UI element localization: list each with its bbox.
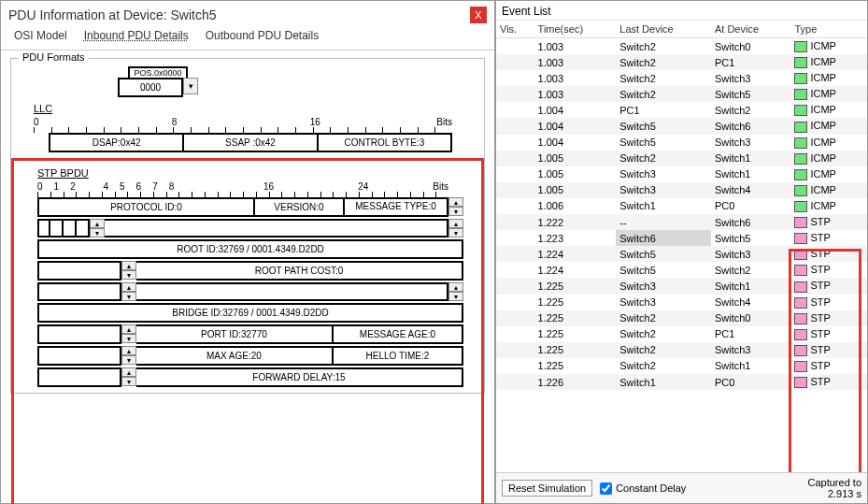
stp-t1: 1: [54, 181, 60, 192]
table-row[interactable]: 1.003Switch2PC1ICMP: [496, 54, 867, 70]
event-list-pane: Event List Vis. Time(sec) Last Device At…: [495, 0, 868, 504]
pos-caption: POS.0x0000: [128, 66, 187, 78]
table-row[interactable]: 1.225Switch3Switch4STP: [496, 295, 867, 310]
chevron-down-icon[interactable]: ▾: [183, 78, 198, 94]
close-button[interactable]: X: [470, 7, 487, 23]
table-row[interactable]: 1.225Switch3Switch1STP: [496, 278, 867, 294]
reset-simulation-button[interactable]: Reset Simulation: [502, 480, 592, 497]
cell-time: 1.225: [534, 310, 617, 326]
type-color-icon: [794, 41, 807, 52]
table-row[interactable]: 1.222--Switch6STP: [496, 214, 867, 230]
col-vis[interactable]: Vis.: [496, 21, 534, 38]
table-row[interactable]: 1.224Switch5Switch2STP: [496, 262, 867, 278]
cell-time: 1.225: [534, 326, 617, 342]
type-color-icon: [794, 329, 807, 340]
cell-time: 1.003: [534, 86, 617, 102]
table-row[interactable]: 1.004Switch5Switch6ICMP: [496, 118, 867, 134]
col-type[interactable]: Type: [790, 21, 867, 38]
cell-at: Switch3: [711, 246, 791, 262]
llc-dsap: DSAP:0x42: [49, 133, 184, 152]
stp-bits: Bits: [433, 181, 448, 192]
table-row[interactable]: 1.004PC1Switch2ICMP: [496, 102, 867, 118]
cell-time: 1.005: [534, 166, 617, 182]
table-row[interactable]: 1.005Switch3Switch1ICMP: [496, 166, 867, 182]
cell-at: Switch2: [711, 262, 791, 278]
cell-last: Switch5: [616, 118, 711, 134]
table-row[interactable]: 1.225Switch2PC1STP: [496, 326, 867, 342]
type-color-icon: [794, 249, 807, 260]
cell-vis: [496, 166, 534, 182]
cell-at: Switch5: [711, 86, 791, 102]
tab-outbound-pdu[interactable]: Outbound PDU Details: [206, 29, 319, 44]
cell-vis: [496, 342, 534, 358]
constant-delay-input[interactable]: [600, 482, 612, 495]
stp-highlight-box: [13, 160, 482, 504]
cell-time: 1.222: [534, 214, 617, 230]
table-row[interactable]: 1.003Switch2Switch3ICMP: [496, 70, 867, 86]
table-row[interactable]: 1.225Switch2Switch0STP: [496, 310, 867, 326]
llc-tick-0: 0: [34, 117, 39, 127]
tab-osi-model[interactable]: OSI Model: [14, 29, 67, 44]
cell-at: Switch3: [711, 135, 791, 151]
cell-at: Switch1: [711, 166, 791, 182]
col-at[interactable]: At Device: [711, 21, 791, 38]
captured-line1: Captured to: [808, 477, 861, 488]
cell-type: STP: [790, 295, 867, 310]
tab-inbound-pdu[interactable]: Inbound PDU Details: [84, 29, 189, 44]
table-row[interactable]: 1.006Switch1PC0ICMP: [496, 198, 867, 214]
cell-type: ICMP: [790, 151, 867, 166]
cell-vis: [496, 374, 534, 390]
cell-time: 1.225: [534, 342, 617, 358]
cell-vis: [496, 198, 534, 214]
table-row[interactable]: 1.224Switch5Switch3STP: [496, 246, 867, 262]
cell-vis: [496, 102, 534, 118]
cell-vis: [496, 70, 534, 86]
stp-t7: 7: [152, 181, 158, 192]
table-row[interactable]: 1.003Switch2Switch0ICMP: [496, 38, 867, 55]
cell-time: 1.225: [534, 358, 617, 374]
cell-at: Switch4: [711, 295, 791, 310]
cell-at: PC0: [711, 198, 791, 214]
type-color-icon: [794, 89, 807, 100]
cell-vis: [496, 214, 534, 230]
col-time[interactable]: Time(sec): [534, 21, 617, 38]
cell-at: Switch1: [711, 358, 791, 374]
cell-type: STP: [790, 342, 867, 358]
table-row[interactable]: 1.223Switch6Switch5STP: [496, 230, 867, 246]
llc-ssap: SSAP :0x42: [184, 133, 318, 152]
cell-last: Switch2: [616, 70, 711, 86]
cell-type: ICMP: [790, 182, 867, 198]
type-color-icon: [794, 185, 807, 196]
type-color-icon: [794, 169, 807, 180]
cell-time: 1.003: [534, 70, 617, 86]
table-row[interactable]: 1.005Switch2Switch1ICMP: [496, 151, 867, 166]
cell-type: ICMP: [790, 102, 867, 118]
cell-at: Switch0: [711, 38, 791, 55]
type-color-icon: [794, 105, 807, 116]
stp-t2: 2: [70, 181, 76, 192]
stp-t24: 24: [358, 181, 368, 192]
cell-last: Switch2: [616, 358, 711, 374]
table-row[interactable]: 1.225Switch2Switch3STP: [496, 342, 867, 358]
cell-time: 1.223: [534, 230, 617, 246]
col-last[interactable]: Last Device: [616, 21, 711, 38]
cell-type: STP: [790, 326, 867, 342]
table-row[interactable]: 1.003Switch2Switch5ICMP: [496, 86, 867, 102]
event-table: Vis. Time(sec) Last Device At Device Typ…: [496, 21, 867, 390]
cell-type: ICMP: [790, 86, 867, 102]
type-color-icon: [794, 201, 807, 212]
table-row[interactable]: 1.004Switch5Switch3ICMP: [496, 135, 867, 151]
captured-label: Captured to 2.913 s: [808, 477, 861, 499]
cell-time: 1.005: [534, 182, 617, 198]
cell-last: Switch1: [616, 374, 711, 390]
cell-type: STP: [790, 358, 867, 374]
table-row[interactable]: 1.226Switch1PC0STP: [496, 374, 867, 390]
table-row[interactable]: 1.225Switch2Switch1STP: [496, 358, 867, 374]
cell-type: STP: [790, 262, 867, 278]
cell-last: Switch2: [616, 86, 711, 102]
cell-type: STP: [790, 278, 867, 294]
type-color-icon: [794, 265, 807, 276]
cell-vis: [496, 86, 534, 102]
table-row[interactable]: 1.005Switch3Switch4ICMP: [496, 182, 867, 198]
constant-delay-checkbox[interactable]: Constant Delay: [600, 482, 686, 495]
